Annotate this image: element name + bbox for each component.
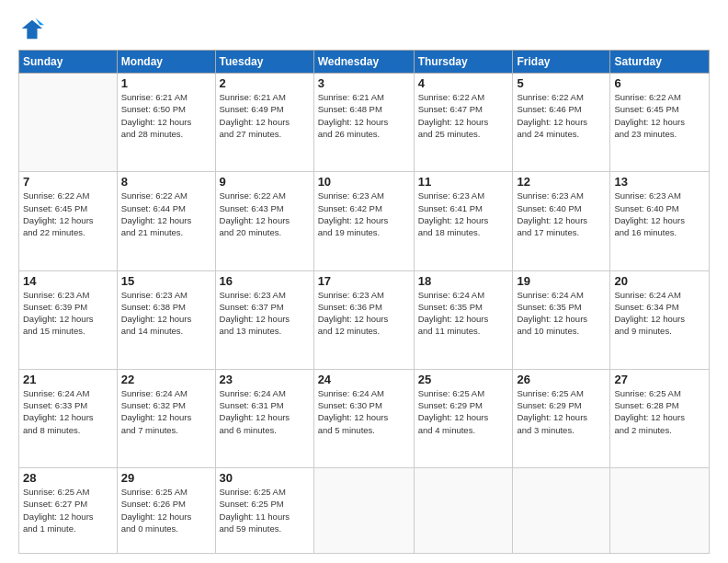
day-info: Sunrise: 6:24 AM Sunset: 6:32 PM Dayligh…: [121, 387, 211, 436]
calendar-cell: 20Sunrise: 6:24 AM Sunset: 6:34 PM Dayli…: [610, 270, 710, 369]
calendar-cell: 2Sunrise: 6:21 AM Sunset: 6:49 PM Daylig…: [215, 74, 313, 172]
calendar-cell: 13Sunrise: 6:23 AM Sunset: 6:40 PM Dayli…: [610, 172, 710, 270]
day-info: Sunrise: 6:25 AM Sunset: 6:26 PM Dayligh…: [121, 486, 211, 534]
day-number: 16: [220, 274, 310, 288]
calendar-cell: 8Sunrise: 6:22 AM Sunset: 6:44 PM Daylig…: [117, 172, 215, 270]
day-info: Sunrise: 6:23 AM Sunset: 6:40 PM Dayligh…: [614, 190, 705, 238]
day-info: Sunrise: 6:25 AM Sunset: 6:28 PM Dayligh…: [614, 387, 705, 436]
day-number: 21: [23, 373, 113, 386]
calendar-cell: 22Sunrise: 6:24 AM Sunset: 6:32 PM Dayli…: [117, 369, 215, 467]
day-info: Sunrise: 6:23 AM Sunset: 6:40 PM Dayligh…: [517, 190, 606, 238]
logo-icon: [18, 17, 44, 42]
calendar-cell: 25Sunrise: 6:25 AM Sunset: 6:29 PM Dayli…: [414, 369, 513, 467]
day-info: Sunrise: 6:24 AM Sunset: 6:35 PM Dayligh…: [418, 289, 509, 338]
day-info: Sunrise: 6:22 AM Sunset: 6:44 PM Dayligh…: [121, 190, 211, 238]
weekday-header: Friday: [513, 51, 610, 74]
calendar-cell: 28Sunrise: 6:25 AM Sunset: 6:27 PM Dayli…: [19, 468, 118, 554]
calendar-cell: 24Sunrise: 6:24 AM Sunset: 6:30 PM Dayli…: [313, 369, 414, 467]
day-number: 29: [121, 471, 211, 485]
calendar-cell: 10Sunrise: 6:23 AM Sunset: 6:42 PM Dayli…: [313, 172, 414, 270]
day-number: 8: [121, 175, 211, 189]
calendar-cell: 3Sunrise: 6:21 AM Sunset: 6:48 PM Daylig…: [313, 74, 414, 172]
day-info: Sunrise: 6:23 AM Sunset: 6:37 PM Dayligh…: [220, 289, 310, 338]
calendar-cell: [513, 468, 610, 554]
calendar-cell: 26Sunrise: 6:25 AM Sunset: 6:29 PM Dayli…: [513, 369, 610, 467]
calendar-week-row: 14Sunrise: 6:23 AM Sunset: 6:39 PM Dayli…: [19, 270, 710, 369]
calendar-week-row: 1Sunrise: 6:21 AM Sunset: 6:50 PM Daylig…: [19, 74, 710, 172]
calendar-cell: 18Sunrise: 6:24 AM Sunset: 6:35 PM Dayli…: [414, 270, 513, 369]
weekday-header: Wednesday: [313, 51, 414, 74]
top-section: [18, 17, 710, 42]
calendar-cell: 16Sunrise: 6:23 AM Sunset: 6:37 PM Dayli…: [215, 270, 313, 369]
day-number: 6: [614, 76, 705, 90]
day-number: 26: [517, 373, 606, 386]
day-info: Sunrise: 6:22 AM Sunset: 6:47 PM Dayligh…: [418, 91, 509, 140]
day-number: 2: [220, 76, 310, 90]
day-number: 30: [220, 471, 310, 485]
day-info: Sunrise: 6:24 AM Sunset: 6:31 PM Dayligh…: [220, 387, 310, 436]
day-number: 10: [318, 175, 410, 189]
day-info: Sunrise: 6:24 AM Sunset: 6:34 PM Dayligh…: [614, 289, 705, 338]
day-number: 19: [517, 274, 606, 288]
calendar-week-row: 21Sunrise: 6:24 AM Sunset: 6:33 PM Dayli…: [19, 369, 710, 467]
calendar-week-row: 28Sunrise: 6:25 AM Sunset: 6:27 PM Dayli…: [19, 468, 710, 554]
day-info: Sunrise: 6:21 AM Sunset: 6:50 PM Dayligh…: [121, 91, 211, 140]
calendar-cell: 1Sunrise: 6:21 AM Sunset: 6:50 PM Daylig…: [117, 74, 215, 172]
day-number: 3: [318, 76, 410, 90]
day-number: 28: [23, 471, 113, 485]
weekday-header: Sunday: [19, 51, 118, 74]
calendar-cell: [610, 468, 710, 554]
calendar-cell: 5Sunrise: 6:22 AM Sunset: 6:46 PM Daylig…: [513, 74, 610, 172]
calendar-cell: 12Sunrise: 6:23 AM Sunset: 6:40 PM Dayli…: [513, 172, 610, 270]
page: SundayMondayTuesdayWednesdayThursdayFrid…: [0, 0, 728, 563]
day-number: 25: [418, 373, 509, 386]
day-info: Sunrise: 6:25 AM Sunset: 6:25 PM Dayligh…: [220, 486, 310, 534]
day-number: 5: [517, 76, 606, 90]
day-info: Sunrise: 6:22 AM Sunset: 6:46 PM Dayligh…: [517, 91, 606, 140]
day-info: Sunrise: 6:22 AM Sunset: 6:45 PM Dayligh…: [614, 91, 705, 140]
calendar-cell: 4Sunrise: 6:22 AM Sunset: 6:47 PM Daylig…: [414, 74, 513, 172]
day-info: Sunrise: 6:23 AM Sunset: 6:41 PM Dayligh…: [418, 190, 509, 238]
day-info: Sunrise: 6:25 AM Sunset: 6:29 PM Dayligh…: [517, 387, 606, 436]
calendar-cell: [19, 74, 118, 172]
day-number: 11: [418, 175, 509, 189]
calendar-cell: 29Sunrise: 6:25 AM Sunset: 6:26 PM Dayli…: [117, 468, 215, 554]
day-info: Sunrise: 6:23 AM Sunset: 6:36 PM Dayligh…: [318, 289, 410, 338]
day-number: 24: [318, 373, 410, 386]
calendar-cell: 11Sunrise: 6:23 AM Sunset: 6:41 PM Dayli…: [414, 172, 513, 270]
day-number: 4: [418, 76, 509, 90]
day-number: 23: [220, 373, 310, 386]
day-number: 22: [121, 373, 211, 386]
day-number: 18: [418, 274, 509, 288]
day-info: Sunrise: 6:25 AM Sunset: 6:29 PM Dayligh…: [418, 387, 509, 436]
calendar-cell: 27Sunrise: 6:25 AM Sunset: 6:28 PM Dayli…: [610, 369, 710, 467]
weekday-header: Tuesday: [215, 51, 313, 74]
day-info: Sunrise: 6:22 AM Sunset: 6:43 PM Dayligh…: [220, 190, 310, 238]
day-number: 13: [614, 175, 705, 189]
day-number: 1: [121, 76, 211, 90]
weekday-header: Thursday: [414, 51, 513, 74]
day-number: 17: [318, 274, 410, 288]
day-number: 12: [517, 175, 606, 189]
day-info: Sunrise: 6:24 AM Sunset: 6:30 PM Dayligh…: [318, 387, 410, 436]
calendar-cell: 7Sunrise: 6:22 AM Sunset: 6:45 PM Daylig…: [19, 172, 118, 270]
day-number: 20: [614, 274, 705, 288]
logo: [18, 17, 48, 42]
calendar-cell: [414, 468, 513, 554]
day-info: Sunrise: 6:24 AM Sunset: 6:35 PM Dayligh…: [517, 289, 606, 338]
calendar-week-row: 7Sunrise: 6:22 AM Sunset: 6:45 PM Daylig…: [19, 172, 710, 270]
day-number: 27: [614, 373, 705, 386]
day-number: 15: [121, 274, 211, 288]
day-number: 14: [23, 274, 113, 288]
weekday-header: Monday: [117, 51, 215, 74]
calendar-cell: 14Sunrise: 6:23 AM Sunset: 6:39 PM Dayli…: [19, 270, 118, 369]
day-info: Sunrise: 6:23 AM Sunset: 6:39 PM Dayligh…: [23, 289, 113, 338]
day-info: Sunrise: 6:21 AM Sunset: 6:49 PM Dayligh…: [220, 91, 310, 140]
calendar-cell: [313, 468, 414, 554]
day-number: 7: [23, 175, 113, 189]
day-info: Sunrise: 6:22 AM Sunset: 6:45 PM Dayligh…: [23, 190, 113, 238]
day-info: Sunrise: 6:25 AM Sunset: 6:27 PM Dayligh…: [23, 486, 113, 534]
day-info: Sunrise: 6:24 AM Sunset: 6:33 PM Dayligh…: [23, 387, 113, 436]
calendar-cell: 23Sunrise: 6:24 AM Sunset: 6:31 PM Dayli…: [215, 369, 313, 467]
day-info: Sunrise: 6:23 AM Sunset: 6:38 PM Dayligh…: [121, 289, 211, 338]
